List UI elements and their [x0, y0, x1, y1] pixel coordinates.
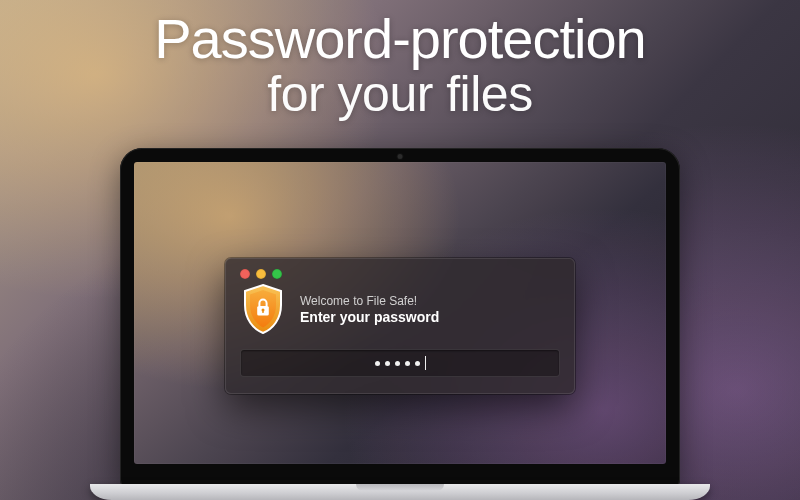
svg-rect-2 [262, 310, 263, 313]
window-traffic-lights [240, 269, 560, 279]
zoom-icon[interactable] [272, 269, 282, 279]
hero-line-1: Password-protection [0, 6, 800, 71]
text-caret [425, 356, 426, 370]
laptop-mockup: Welcome to File Safe! Enter your passwor… [90, 148, 710, 500]
hero-headline: Password-protection for your files [0, 6, 800, 123]
shield-lock-icon [240, 283, 286, 335]
close-icon[interactable] [240, 269, 250, 279]
welcome-text: Welcome to File Safe! [300, 294, 439, 308]
hero-line-2: for your files [0, 65, 800, 123]
dialog-text: Welcome to File Safe! Enter your passwor… [300, 294, 439, 325]
prompt-text: Enter your password [300, 309, 439, 325]
promo-stage: Password-protection for your files [0, 0, 800, 500]
password-mask [375, 361, 420, 366]
laptop-display: Welcome to File Safe! Enter your passwor… [134, 162, 666, 464]
laptop-screen-frame: Welcome to File Safe! Enter your passwor… [120, 148, 680, 488]
password-dialog: Welcome to File Safe! Enter your passwor… [225, 258, 575, 394]
laptop-notch [356, 484, 444, 491]
minimize-icon[interactable] [256, 269, 266, 279]
camera-dot [398, 154, 403, 159]
dialog-body: Welcome to File Safe! Enter your passwor… [240, 283, 560, 335]
password-input[interactable] [240, 349, 560, 377]
laptop-base [90, 484, 710, 500]
